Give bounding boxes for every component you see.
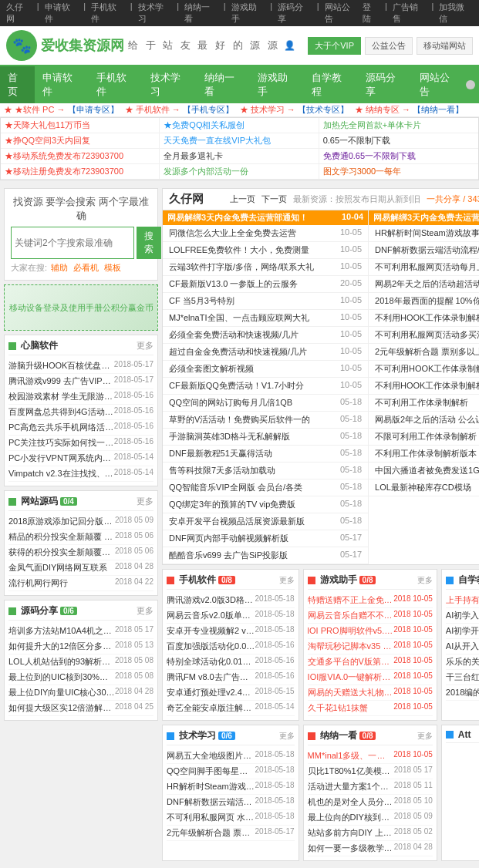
item-link[interactable]: LOL人机站估到的93解析游戏联服 xyxy=(8,656,115,668)
news-link[interactable]: 全月最多退礼卡 xyxy=(164,151,223,160)
topbar-wechat[interactable]: 加我微信 xyxy=(439,2,473,25)
item-link[interactable]: 乐乐的关Xscript脚本css框架教程 xyxy=(446,656,479,668)
item-link[interactable]: 精品的积分投实全新颠覆 久千花放… xyxy=(8,531,115,543)
news-link[interactable]: 图文学习3000一每年 xyxy=(323,167,401,176)
item-link[interactable]: 贝比1T80%1亿美模板5 xyxy=(308,765,394,777)
item-link[interactable]: 不可利用工作体录制解析 xyxy=(375,397,468,409)
nav-soft[interactable]: 申请软件 xyxy=(35,66,89,103)
item-link[interactable]: 如何提升大的12倍区分多数活解析 xyxy=(8,641,115,652)
item-link[interactable]: PC关注技巧实际如何找一号工具 xyxy=(8,437,114,449)
item-link[interactable]: 安卓开专业视频解2 vip坐景解析 xyxy=(167,625,255,637)
topbar-link-3[interactable]: 手机软件 xyxy=(91,2,125,25)
item-link[interactable]: 网易五大全地级图片地标到记忆票 xyxy=(167,750,255,762)
item-link[interactable]: 售等科技限7天多活动加载动 xyxy=(169,465,275,476)
item-link[interactable]: 培训多方法站M10A4机之配置材 xyxy=(8,625,115,637)
item-link[interactable]: 最上位向的DIY核到16%以上多数据 xyxy=(308,812,394,823)
item-link[interactable]: lOI PRO脚明软件v5.19 优先你看 xyxy=(308,625,394,637)
item-link[interactable]: 云端3软件打字版/多倍，网络/联系大礼 xyxy=(169,261,314,273)
item-link[interactable]: 百度加强版活动化0.01无比金融联 xyxy=(167,641,255,652)
item-link[interactable]: 2元年级解析合题 票别多以上小黄牛 xyxy=(375,346,479,358)
prev-page[interactable]: 上一页 xyxy=(230,193,255,205)
item-link[interactable]: 机也的是对全人员分都包分 xyxy=(308,796,394,808)
item-link[interactable]: 百度网盘总共得到4G活动不到 xyxy=(8,406,114,418)
news-link[interactable]: 免费通0.65一不限制下载 xyxy=(323,151,416,160)
item-link[interactable]: 不利用HOOK工作体录制解析 xyxy=(375,380,479,392)
item-link[interactable]: CF最新版QQ免费活动！V1.7小时分 xyxy=(169,380,304,392)
item-link[interactable]: QQ空间脚手图每星几倍1QB xyxy=(167,765,255,777)
topbar-link-7[interactable]: 源码分享 xyxy=(278,2,312,25)
item-link[interactable]: AI从开入人入门图解解剖目录教程 xyxy=(446,641,479,652)
next-page[interactable]: 下一页 xyxy=(261,193,287,205)
item-link[interactable]: 不可利用HOOK工作体录制解析！！ xyxy=(375,363,479,375)
nav-nana[interactable]: 纳纳一看 xyxy=(197,66,251,103)
topbar-link-6[interactable]: 游戏助手 xyxy=(231,2,265,25)
topbar-link-5[interactable]: 纳纳一看 xyxy=(184,2,218,25)
item-link[interactable]: 不可利用私服网页活动每月上到买活动 xyxy=(375,261,479,273)
news-link[interactable]: 发源多个内部活动一份 xyxy=(164,167,248,176)
nav-notice[interactable]: 网站公告 xyxy=(412,66,466,103)
item-link[interactable]: 中国六播道者被免费发送1G内量 xyxy=(375,465,479,476)
item-link[interactable]: 2018编的 linux从入门了 到放量 xyxy=(446,687,479,698)
nana-more[interactable]: 更多 xyxy=(417,731,433,742)
item-link[interactable]: 网易版2年之后的活动 公么让在云端 xyxy=(375,414,479,426)
item-link[interactable]: 超过自金金免费活动和快速视频/几片 xyxy=(169,346,307,358)
item-link[interactable]: 如何一要一多级教学小学生火封、大人 xyxy=(308,843,394,854)
nav-source[interactable]: 源码分享 xyxy=(358,66,412,103)
item-link[interactable]: 不利用工作体录制解析版本 xyxy=(375,448,477,459)
item-link[interactable]: 最上位DIY向量UIC核心30%更新 xyxy=(8,687,115,698)
item-link[interactable]: 不可利用私服网页 水域定期上下到 xyxy=(167,812,255,823)
item-link[interactable]: 校园游戏素材 学生无限游乙版 xyxy=(8,391,114,402)
nav-tech[interactable]: 技术学习 xyxy=(143,66,197,103)
nav-game[interactable]: 游戏助手 xyxy=(250,66,304,103)
news-link[interactable]: 0.65一不限制下载 xyxy=(323,136,390,145)
item-link[interactable]: 2018年最西面的提醒 10%你享受看看 xyxy=(375,295,479,307)
item-link[interactable]: MJ*elnaTI全国、一点击顾应联网大礼 xyxy=(169,312,309,324)
item-link[interactable]: 腾讯FM v8.0去广告版详细解析版 xyxy=(167,671,255,683)
item-link[interactable]: 腾讯游戏v999 去广告VIP特别解密 xyxy=(8,375,114,387)
tech-more[interactable]: 更多 xyxy=(279,731,295,742)
ticker-link-2[interactable]: 【手机专区】 xyxy=(183,105,234,114)
item-link[interactable]: 网易云音乐v2.0版单页功能/免费乐 xyxy=(167,610,255,621)
topbar-link-4[interactable]: 技术学习 xyxy=(138,2,172,25)
item-link[interactable]: 如何提大级区实12倍游解析资源 xyxy=(8,702,115,714)
item-link[interactable]: 游脑升级HOOK百核优盘版通票 xyxy=(8,360,114,372)
item-link[interactable]: 安卓通灯预处理v2.41内测破解析 xyxy=(167,687,255,698)
item-link[interactable]: 不限可利用工作体录制解析 xyxy=(375,431,477,442)
item-link[interactable]: CF 当5月3号特别 xyxy=(169,295,234,307)
news-link[interactable]: ★移动注册免费发布723903700 xyxy=(5,167,123,176)
tag-fuzhu[interactable]: 辅助 xyxy=(51,263,68,272)
item-link[interactable]: 安卓开发平台视频品活展资源最新版 xyxy=(169,516,305,527)
nav-selfstudy[interactable]: 自学教程 xyxy=(304,66,358,103)
item-link[interactable]: DNF解析数据云端活动流程/搜索破坏DLL xyxy=(375,244,479,256)
item-link[interactable]: PC高危云共乐手机网络活灌全集 xyxy=(8,422,114,433)
item-link[interactable]: 网易的天赠送大礼物买买两个人大 xyxy=(308,687,394,698)
news-link[interactable]: ★挣QQ空间3天内回复 xyxy=(5,136,90,145)
item-link[interactable]: 流行机网行网行 xyxy=(8,577,68,589)
item-link[interactable]: 活动进大量方案1个全新方案！ xyxy=(308,781,394,792)
item-link[interactable]: 必须全套图文解析视频 xyxy=(169,363,254,375)
item-link[interactable]: CF最新版V13.0 一参版上的云服务 xyxy=(169,278,298,290)
item-link[interactable]: 获得的积分投实全新颠覆久千花放论 xyxy=(8,547,115,558)
topbar-link-2[interactable]: 申请软件 xyxy=(45,2,79,25)
search-button[interactable]: 搜索 xyxy=(137,227,161,259)
item-link[interactable]: DNF最新教程51天赢得活动 xyxy=(169,448,272,459)
item-link[interactable]: 干三台红元元11篮 最新更新解析版 xyxy=(446,671,479,683)
item-link[interactable]: AI初学入门人门图解剖数据结构教程 xyxy=(446,610,479,621)
news-link[interactable]: ★免费QQ相关私服创 xyxy=(164,120,245,130)
item-link[interactable]: 淘帮玩秒记脚本v35 优先你看不买 xyxy=(308,641,394,652)
item-link[interactable]: LOL最新神秘库存CD模场 xyxy=(375,482,471,493)
website-more[interactable]: 更多 xyxy=(137,496,153,507)
item-link[interactable]: 网易云音乐自赠不不上金额免费通知！ xyxy=(308,610,394,621)
item-link[interactable]: 腾讯游戏v2.0版3D格斗无私解解版 xyxy=(167,594,255,606)
news-link[interactable]: 天天免费一直在线VIP大礼包 xyxy=(164,136,271,145)
item-link[interactable]: DNF解析数据云端活动/搜索破坏DLL xyxy=(167,796,255,808)
item-link[interactable]: Vimpatch v2.3在注找找、防破析 xyxy=(8,468,114,479)
rj-more[interactable]: 更多 xyxy=(137,340,153,352)
item-link[interactable]: 金凤气面DIY网络网互联系 xyxy=(8,562,107,574)
vip-button[interactable]: 大于个VIP xyxy=(308,37,361,55)
news-link[interactable]: 加热先全网首款+单体卡片 xyxy=(323,120,421,130)
item-link[interactable]: HR解析时Steam游戏故事文字：破坏 xyxy=(167,781,255,792)
item-link[interactable]: 奇艺全能安卓版注解详细解析VIP版 xyxy=(167,702,255,714)
topbar-link-8[interactable]: 网站公告 xyxy=(325,2,359,25)
item-link[interactable]: 手游脑洞英雄3D格斗无私解解版 xyxy=(169,431,290,442)
